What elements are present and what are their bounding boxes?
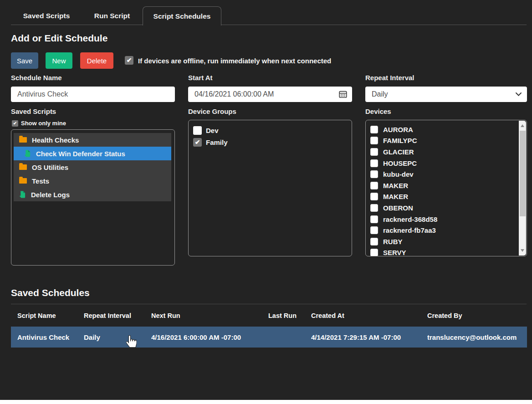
script-scheduler-screen: Saved Scripts Run Script Script Schedule… — [0, 0, 532, 404]
script-item[interactable]: Delete Logs — [14, 188, 171, 201]
device-groups-label: Device Groups — [188, 107, 236, 115]
run-when-connected-checkbox[interactable]: ✔ — [125, 56, 133, 65]
show-only-mine-checkbox[interactable]: ✔ — [12, 120, 18, 127]
device-label: MAKER — [383, 182, 408, 189]
device-checkbox[interactable] — [370, 204, 378, 212]
device-checkbox[interactable] — [370, 148, 378, 156]
calendar-icon[interactable] — [339, 90, 347, 98]
device-label: SERVY — [383, 249, 406, 256]
script-item-label: Check Win Defender Status — [36, 150, 125, 158]
device-group-row[interactable]: Dev — [189, 125, 352, 136]
schedule-name-label: Schedule Name — [11, 74, 62, 82]
devices-listbox: AURORAFAMILYPCGLACIERHOUSEPCkubu-devMAKE… — [365, 120, 527, 256]
saved-scripts-listbox: Health ChecksCheck Win Defender StatusOS… — [11, 129, 175, 266]
column-header-created-at[interactable]: Created At — [311, 312, 427, 319]
device-group-checkbox[interactable]: ✔ — [193, 138, 202, 147]
schedules-table-header: Script NameRepeat IntervalNext RunLast R… — [11, 304, 527, 327]
device-checkbox[interactable] — [370, 182, 378, 189]
device-row[interactable]: AURORA — [366, 124, 519, 135]
device-label: AURORA — [383, 126, 413, 133]
tab-run-script[interactable]: Run Script — [86, 6, 138, 25]
device-checkbox[interactable] — [370, 170, 378, 178]
scrollbar-thumb[interactable] — [520, 131, 526, 216]
device-group-label: Family — [206, 138, 228, 146]
script-item-label: Delete Logs — [31, 191, 70, 199]
devices-label: Devices — [365, 107, 391, 115]
script-icon — [19, 191, 26, 198]
scroll-up-icon[interactable] — [521, 124, 524, 127]
script-item-label: OS Utilities — [32, 164, 68, 171]
cell-script-name: Antivirus Check — [11, 333, 84, 341]
device-row[interactable]: kubu-dev — [366, 169, 519, 180]
device-row[interactable]: MAKER — [366, 180, 519, 191]
folder-icon — [19, 164, 27, 170]
device-checkbox[interactable] — [370, 249, 378, 256]
schedule-row[interactable]: Antivirus CheckDaily4/16/2021 6:00:00 AM… — [11, 327, 527, 348]
column-header-last-run[interactable]: Last Run — [268, 312, 311, 319]
device-row[interactable]: SERVY — [366, 247, 519, 256]
device-row[interactable]: RUBY — [366, 236, 519, 247]
column-header-next-run[interactable]: Next Run — [151, 312, 268, 319]
script-item[interactable]: Check Win Defender Status — [14, 147, 171, 160]
device-checkbox[interactable] — [370, 226, 378, 234]
device-label: RUBY — [383, 238, 403, 245]
delete-button[interactable]: Delete — [80, 52, 113, 69]
saved-schedules-title: Saved Schedules — [11, 287, 90, 298]
page-title: Add or Edit Schedule — [11, 33, 107, 44]
folder-item[interactable]: OS Utilities — [14, 160, 171, 174]
device-row[interactable]: HOUSEPC — [366, 158, 519, 169]
script-icon — [24, 150, 31, 157]
device-label: OBERON — [383, 204, 413, 212]
cell-created-by: translucency@outlook.com — [427, 333, 527, 341]
device-row[interactable]: FAMILYPC — [366, 135, 519, 147]
script-item-label: Health Checks — [32, 136, 79, 144]
start-at-value: 04/16/2021 06:00:00 AM — [194, 90, 274, 98]
device-group-label: Dev — [206, 127, 219, 134]
cell-created-at: 4/14/2021 7:29:15 AM -07:00 — [311, 333, 427, 341]
device-checkbox[interactable] — [370, 126, 378, 133]
column-header-repeat-interval[interactable]: Repeat Interval — [84, 312, 151, 319]
start-at-label: Start At — [188, 74, 213, 82]
cell-next-run: 4/16/2021 6:00:00 AM -07:00 — [151, 333, 268, 341]
device-checkbox[interactable] — [370, 137, 378, 144]
device-label: racknerd-368d58 — [383, 215, 437, 223]
save-button[interactable]: Save — [11, 52, 38, 69]
device-row[interactable]: racknerd-368d58 — [366, 214, 519, 225]
devices-scrollbar[interactable] — [519, 121, 526, 256]
repeat-interval-value: Daily — [372, 90, 388, 98]
tab-script-schedules[interactable]: Script Schedules — [143, 6, 221, 26]
tab-bar: Saved Scripts Run Script Script Schedule… — [11, 6, 527, 25]
folder-item[interactable]: Health Checks — [14, 133, 171, 147]
device-groups-listbox: Dev✔Family — [188, 120, 352, 256]
device-checkbox[interactable] — [370, 193, 378, 200]
device-row[interactable]: MAKER — [366, 191, 519, 203]
folder-icon — [19, 178, 27, 184]
device-label: HOUSEPC — [383, 159, 417, 167]
device-row[interactable]: GLACIER — [366, 146, 519, 158]
device-checkbox[interactable] — [370, 238, 378, 245]
saved-scripts-label: Saved Scripts — [11, 107, 56, 115]
new-button[interactable]: New — [46, 52, 72, 69]
folder-item[interactable]: Tests — [14, 174, 171, 188]
device-group-checkbox[interactable] — [193, 126, 202, 135]
device-group-row[interactable]: ✔Family — [189, 137, 352, 148]
cell-repeat-interval: Daily — [84, 333, 151, 341]
tab-saved-scripts[interactable]: Saved Scripts — [11, 6, 82, 25]
device-label: kubu-dev — [383, 170, 414, 178]
script-item-label: Tests — [32, 177, 49, 185]
column-header-script-name[interactable]: Script Name — [11, 312, 84, 319]
run-when-connected-label: If devices are offline, run immediately … — [138, 57, 331, 65]
repeat-interval-select[interactable]: Daily — [365, 87, 527, 102]
column-header-created-by[interactable]: Created By — [427, 312, 527, 319]
device-label: GLACIER — [383, 148, 414, 156]
device-checkbox[interactable] — [370, 159, 378, 167]
start-at-input[interactable]: 04/16/2021 06:00:00 AM — [188, 87, 352, 102]
device-row[interactable]: racknerd-fb7aa3 — [366, 225, 519, 236]
scroll-down-icon[interactable] — [521, 249, 524, 252]
schedule-name-input[interactable] — [11, 87, 175, 102]
folder-icon — [19, 137, 27, 143]
chevron-down-icon — [516, 92, 522, 96]
device-checkbox[interactable] — [370, 215, 378, 223]
device-row[interactable]: OBERON — [366, 202, 519, 214]
repeat-interval-label: Repeat Interval — [365, 74, 414, 82]
